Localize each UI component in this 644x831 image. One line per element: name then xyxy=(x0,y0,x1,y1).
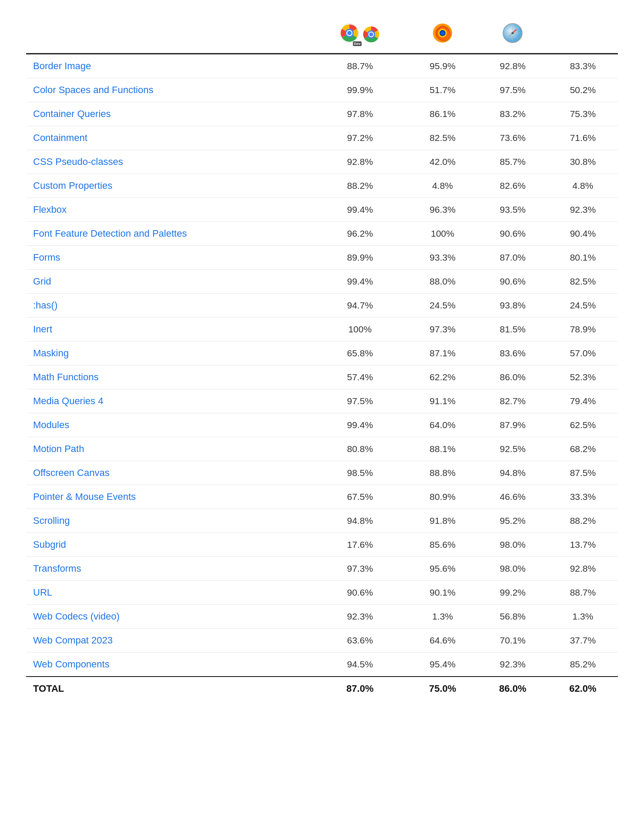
row-name[interactable]: Containment xyxy=(26,126,312,150)
table-row: Math Functions 57.4% 62.2% 86.0% 52.3% xyxy=(26,365,618,389)
row-interop: 82.5% xyxy=(548,270,618,294)
row-interop: 57.0% xyxy=(548,342,618,365)
safari-icon xyxy=(502,23,523,44)
row-name[interactable]: Forms xyxy=(26,246,312,270)
row-chrome-dev: 92.8% xyxy=(312,150,408,174)
row-name[interactable]: CSS Pseudo-classes xyxy=(26,150,312,174)
row-interop: 30.8% xyxy=(548,150,618,174)
row-safari: 92.8% xyxy=(478,54,548,78)
row-interop: 92.3% xyxy=(548,198,618,222)
row-safari: 87.0% xyxy=(478,246,548,270)
row-name[interactable]: Font Feature Detection and Palettes xyxy=(26,222,312,246)
row-name[interactable]: Border Image xyxy=(26,54,312,78)
total-label: TOTAL xyxy=(26,677,312,700)
table-row: Modules 99.4% 64.0% 87.9% 62.5% xyxy=(26,413,618,437)
row-name[interactable]: Subgrid xyxy=(26,533,312,557)
table-row: :has() 94.7% 24.5% 93.8% 24.5% xyxy=(26,294,618,318)
row-safari: 85.7% xyxy=(478,150,548,174)
row-name[interactable]: Math Functions xyxy=(26,365,312,389)
row-safari: 97.5% xyxy=(478,78,548,102)
row-firefox: 90.1% xyxy=(408,581,478,605)
row-name[interactable]: Container Queries xyxy=(26,102,312,126)
row-firefox: 64.0% xyxy=(408,413,478,437)
row-chrome-dev: 92.3% xyxy=(312,605,408,629)
row-name[interactable]: :has() xyxy=(26,294,312,318)
row-firefox: 91.8% xyxy=(408,509,478,533)
table-row: Grid 99.4% 88.0% 90.6% 82.5% xyxy=(26,270,618,294)
row-safari: 46.6% xyxy=(478,485,548,509)
row-safari: 82.7% xyxy=(478,389,548,413)
row-name[interactable]: Flexbox xyxy=(26,198,312,222)
row-firefox: 95.4% xyxy=(408,653,478,677)
row-safari: 93.8% xyxy=(478,294,548,318)
row-chrome-dev: 97.2% xyxy=(312,126,408,150)
row-firefox: 96.3% xyxy=(408,198,478,222)
row-name[interactable]: Offscreen Canvas xyxy=(26,461,312,485)
row-interop: 80.1% xyxy=(548,246,618,270)
firefox-icon xyxy=(432,23,453,44)
row-safari: 99.2% xyxy=(478,581,548,605)
row-safari: 90.6% xyxy=(478,222,548,246)
row-chrome-dev: 99.9% xyxy=(312,78,408,102)
row-chrome-dev: 80.8% xyxy=(312,437,408,461)
row-interop: 87.5% xyxy=(548,461,618,485)
row-safari: 81.5% xyxy=(478,318,548,342)
row-firefox: 93.3% xyxy=(408,246,478,270)
table-row: Color Spaces and Functions 99.9% 51.7% 9… xyxy=(26,78,618,102)
table-row: Forms 89.9% 93.3% 87.0% 80.1% xyxy=(26,246,618,270)
row-name[interactable]: Pointer & Mouse Events xyxy=(26,485,312,509)
row-safari: 95.2% xyxy=(478,509,548,533)
svg-point-11 xyxy=(441,31,444,35)
row-chrome-dev: 65.8% xyxy=(312,342,408,365)
row-name[interactable]: URL xyxy=(26,581,312,605)
row-name[interactable]: Motion Path xyxy=(26,437,312,461)
row-interop: 68.2% xyxy=(548,437,618,461)
row-firefox: 100% xyxy=(408,222,478,246)
row-name[interactable]: Transforms xyxy=(26,557,312,581)
table-row: Masking 65.8% 87.1% 83.6% 57.0% xyxy=(26,342,618,365)
row-firefox: 62.2% xyxy=(408,365,478,389)
row-interop: 85.2% xyxy=(548,653,618,677)
table-row: Web Compat 2023 63.6% 64.6% 70.1% 37.7% xyxy=(26,629,618,653)
row-firefox: 95.6% xyxy=(408,557,478,581)
total-chrome-dev: 87.0% xyxy=(312,677,408,700)
row-safari: 92.5% xyxy=(478,437,548,461)
row-safari: 73.6% xyxy=(478,126,548,150)
row-safari: 70.1% xyxy=(478,629,548,653)
row-name[interactable]: Scrolling xyxy=(26,509,312,533)
row-name[interactable]: Web Codecs (video) xyxy=(26,605,312,629)
row-chrome-dev: 94.5% xyxy=(312,653,408,677)
row-chrome-dev: 94.7% xyxy=(312,294,408,318)
row-interop: 71.6% xyxy=(548,126,618,150)
row-chrome-dev: 97.5% xyxy=(312,389,408,413)
row-chrome-dev: 17.6% xyxy=(312,533,408,557)
row-firefox: 88.1% xyxy=(408,437,478,461)
row-safari: 94.8% xyxy=(478,461,548,485)
row-name[interactable]: Inert xyxy=(26,318,312,342)
row-name[interactable]: Modules xyxy=(26,413,312,437)
row-name[interactable]: Custom Properties xyxy=(26,174,312,198)
row-firefox: 88.8% xyxy=(408,461,478,485)
table-row: Border Image 88.7% 95.9% 92.8% 83.3% xyxy=(26,54,618,78)
row-firefox: 97.3% xyxy=(408,318,478,342)
table-row: Container Queries 97.8% 86.1% 83.2% 75.3… xyxy=(26,102,618,126)
header-firefox xyxy=(408,17,478,54)
row-safari: 56.8% xyxy=(478,605,548,629)
row-name[interactable]: Color Spaces and Functions xyxy=(26,78,312,102)
chrome-stable-icon xyxy=(362,25,381,44)
table-row: Pointer & Mouse Events 67.5% 80.9% 46.6%… xyxy=(26,485,618,509)
row-chrome-dev: 88.2% xyxy=(312,174,408,198)
table-row: Flexbox 99.4% 96.3% 93.5% 92.3% xyxy=(26,198,618,222)
table-row: Web Components 94.5% 95.4% 92.3% 85.2% xyxy=(26,653,618,677)
row-firefox: 4.8% xyxy=(408,174,478,198)
row-firefox: 64.6% xyxy=(408,629,478,653)
row-chrome-dev: 99.4% xyxy=(312,198,408,222)
row-name[interactable]: Grid xyxy=(26,270,312,294)
table-row: Inert 100% 97.3% 81.5% 78.9% xyxy=(26,318,618,342)
row-name[interactable]: Web Components xyxy=(26,653,312,677)
row-name[interactable]: Masking xyxy=(26,342,312,365)
header-interop xyxy=(548,17,618,54)
row-name[interactable]: Media Queries 4 xyxy=(26,389,312,413)
row-name[interactable]: Web Compat 2023 xyxy=(26,629,312,653)
total-firefox: 75.0% xyxy=(408,677,478,700)
